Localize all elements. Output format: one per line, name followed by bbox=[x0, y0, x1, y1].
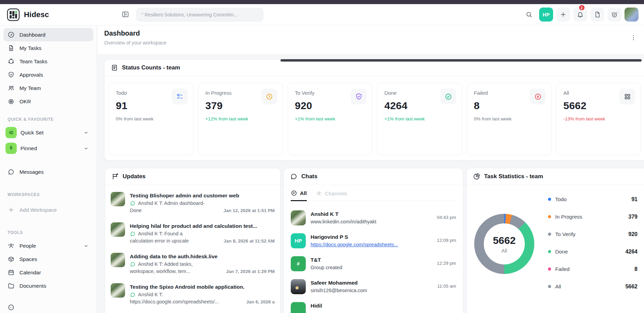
notifications-button[interactable]: 2 bbox=[573, 8, 587, 22]
add-workspace-button[interactable]: Add Workspace bbox=[3, 203, 93, 217]
chat-name: Anshid K T bbox=[311, 210, 432, 218]
donut-chart: 5662 All bbox=[474, 214, 534, 274]
topbar-actions: HP 2 bbox=[522, 8, 639, 22]
clock-icon bbox=[261, 89, 277, 104]
search-icon[interactable] bbox=[522, 8, 536, 22]
stat-card[interactable]: Done 4264 +1% from last week bbox=[377, 83, 462, 155]
sidebar-item-approvals[interactable]: Approvals bbox=[3, 68, 93, 81]
stat-card[interactable]: To Verify 920 +1% from last week bbox=[288, 83, 372, 155]
sidebar-item-quick-set[interactable]: Quick Set bbox=[3, 126, 93, 139]
okr-icon bbox=[8, 98, 15, 105]
calendar-icon bbox=[8, 269, 15, 276]
legend-label: All bbox=[555, 284, 561, 290]
chats-tabs: All Channels bbox=[291, 190, 456, 201]
stat-delta: +1% from last week bbox=[295, 116, 365, 121]
legend-row: In Progress 379 bbox=[548, 212, 638, 222]
sidebar-item-calendar[interactable]: Calendar bbox=[3, 266, 93, 279]
update-avatar bbox=[111, 253, 125, 267]
workspaces-heading: WORKSPACES bbox=[3, 192, 93, 198]
documents-quick-button[interactable] bbox=[590, 8, 604, 22]
stat-delta: +12% from last week bbox=[205, 116, 276, 121]
stat-card[interactable]: All 5662 -13% from last week bbox=[556, 83, 641, 155]
update-list-item[interactable]: Helping hilal for product add and calcul… bbox=[111, 218, 275, 249]
update-list-item[interactable]: Testing the Spixo Android mobile applica… bbox=[111, 279, 275, 310]
task-statistics-header: Task Statistics - team bbox=[467, 168, 644, 185]
legend-value: 379 bbox=[628, 214, 638, 220]
update-message-line1: Anshid K T: Found a bbox=[138, 230, 182, 237]
donut-total-value: 5662 bbox=[493, 235, 516, 246]
update-message-line2: Done bbox=[130, 207, 142, 214]
legend-dot bbox=[548, 233, 551, 236]
sidebar-item-more[interactable] bbox=[3, 301, 93, 313]
approvals-icon bbox=[8, 71, 15, 78]
legend-label: In Progress bbox=[555, 214, 582, 220]
user-avatar[interactable] bbox=[625, 8, 639, 22]
updates-title: Updates bbox=[123, 173, 146, 180]
window-top-strip bbox=[0, 0, 644, 4]
add-new-button[interactable] bbox=[556, 8, 570, 22]
chevron-down-icon bbox=[83, 130, 89, 136]
pinned-icon bbox=[5, 143, 17, 154]
donut-center: 5662 All bbox=[484, 223, 525, 264]
page-header: Dashboard Overview of your workspace bbox=[97, 25, 644, 54]
legend-dot bbox=[548, 285, 551, 288]
sidebar-item-dashboard[interactable]: Dashboard bbox=[3, 28, 93, 41]
tools-heading: TOOLS bbox=[3, 230, 93, 236]
status-counts-title: Status Counts - team bbox=[122, 64, 180, 71]
updates-card: Updates Testing Blishoper admin and cust… bbox=[105, 168, 280, 313]
sidebar-item-my-tasks[interactable]: My Tasks bbox=[3, 41, 93, 55]
legend-row: Todo 91 bbox=[548, 194, 638, 204]
update-list-item[interactable]: Adding data to the auth.hidesk.live Ansh… bbox=[111, 249, 275, 279]
quote-input[interactable] bbox=[136, 8, 263, 22]
chat-list-item[interactable]: Safeer Mohammed sirisih126@besenica.com … bbox=[291, 275, 456, 298]
sidebar-item-okr[interactable]: OKR bbox=[3, 95, 93, 108]
sidebar-item-my-team[interactable]: My Team bbox=[3, 81, 93, 95]
page-subtitle: Overview of your workspace bbox=[104, 40, 166, 45]
legend-dot bbox=[548, 215, 551, 218]
sidebar-item-documents[interactable]: Documents bbox=[3, 279, 93, 292]
chat-list-item[interactable]: HP Harigovind P S https://docs.google.co… bbox=[291, 229, 456, 252]
update-message-line2: workspace, workflow, tem... bbox=[130, 268, 190, 275]
check-circle-icon bbox=[440, 89, 456, 104]
stat-card[interactable]: Failed 8 0% from last week bbox=[467, 83, 551, 155]
app-name: Hidesc bbox=[24, 10, 49, 19]
sidebar-item-messages[interactable]: Messages bbox=[3, 165, 93, 179]
main-content: Dashboard Overview of your workspace Sta… bbox=[97, 25, 644, 313]
chat-list-item[interactable]: Anshid K T www.linkedin.com/in/adithyakt… bbox=[291, 206, 456, 229]
grid-icon bbox=[619, 89, 635, 104]
tab-channels[interactable]: Channels bbox=[316, 190, 347, 201]
chat-list-item[interactable]: # T&T Group created 12:29 pm bbox=[291, 252, 456, 275]
sidebar-item-spaces[interactable]: Spaces bbox=[3, 252, 93, 266]
chats-header: Chats bbox=[284, 168, 463, 185]
update-list-item[interactable]: Testing Blishoper admin and customer web… bbox=[111, 188, 275, 218]
sidebar-item-people[interactable]: People bbox=[3, 239, 93, 252]
chat-preview: www.linkedin.com/in/adithyakt bbox=[311, 218, 432, 225]
chats-card: Chats All Channels Anshid K T www.linked… bbox=[284, 168, 463, 313]
kebab-icon[interactable] bbox=[630, 34, 639, 43]
update-timestamp: Jan 8, 2026 at 11:52 AM bbox=[223, 237, 275, 245]
chats-title: Chats bbox=[301, 173, 317, 180]
legend-row: To Verify 920 bbox=[548, 229, 638, 239]
chat-avatar: HP bbox=[291, 233, 306, 248]
sidebar-item-team-tasks[interactable]: Team Tasks bbox=[3, 55, 93, 68]
legend-row: All 5662 bbox=[548, 282, 638, 291]
chat-preview: https://docs.google.com/spreadsheets... bbox=[311, 241, 432, 248]
horizontal-scrollbar-thumb[interactable] bbox=[280, 59, 642, 62]
update-timestamp: Jan 6, 2026 a bbox=[246, 298, 275, 305]
pie-chart-icon bbox=[473, 173, 480, 180]
task-statistics-card: Task Statistics - team 5662 All Todo 91 … bbox=[466, 168, 644, 313]
stat-card[interactable]: In Progress 379 +12% from last week bbox=[198, 83, 283, 155]
chat-bubble-icon bbox=[130, 200, 136, 206]
stat-card[interactable]: Todo 91 0% from last week bbox=[109, 83, 193, 155]
legend-label: To Verify bbox=[555, 231, 575, 237]
sidebar-item-pinned[interactable]: Pinned bbox=[3, 142, 93, 155]
tab-all[interactable]: All bbox=[291, 190, 307, 201]
updates-list: Testing Blishoper admin and customer web… bbox=[105, 185, 280, 310]
chat-list-item[interactable]: Hidil bbox=[291, 298, 456, 313]
team-tasks-icon bbox=[8, 58, 15, 65]
collapse-panel-icon[interactable] bbox=[121, 10, 130, 19]
my-tasks-icon bbox=[8, 44, 15, 52]
hp-workspace-badge[interactable]: HP bbox=[539, 8, 553, 22]
more-icon bbox=[8, 304, 15, 311]
reminders-button[interactable] bbox=[607, 8, 621, 22]
